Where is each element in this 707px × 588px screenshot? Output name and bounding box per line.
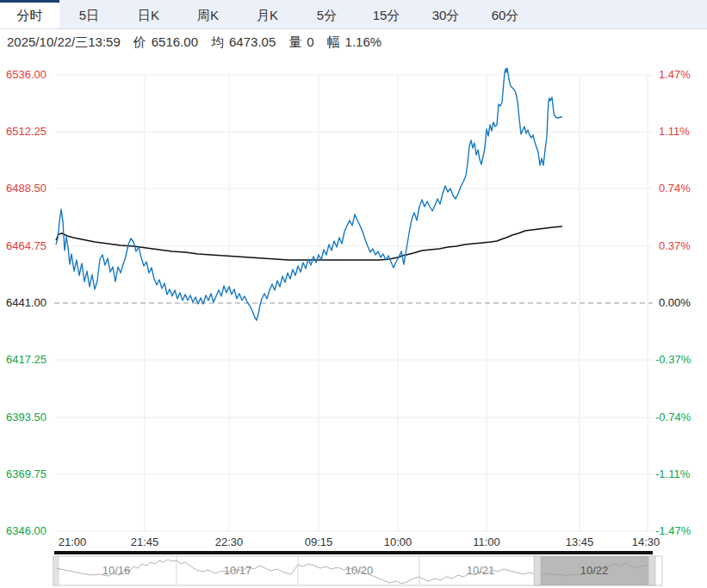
bottom-axis-line: [54, 551, 653, 554]
nav-date-label-selected[interactable]: 10/22: [568, 564, 620, 577]
nav-date-label[interactable]: 10/17: [212, 564, 264, 577]
pct-axis-label: -0.74%: [655, 411, 691, 424]
time-axis-label: 14:30: [620, 535, 672, 548]
pct-axis-label: -0.37%: [655, 353, 691, 367]
chart-plot-area[interactable]: [0, 0, 707, 588]
price-axis-label: 6464.75: [6, 239, 47, 253]
time-axis-label: 22:30: [203, 535, 255, 548]
price-axis-label: 6488.50: [6, 182, 47, 195]
nav-date-label[interactable]: 10/21: [455, 564, 506, 577]
navigator-left-edge-handle[interactable]: [53, 556, 59, 585]
price-axis-label: 6536.00: [6, 68, 47, 82]
price-axis-label: 6512.25: [6, 125, 47, 139]
time-axis-label: 09:15: [293, 535, 344, 548]
pct-axis-label: 1.47%: [659, 68, 691, 82]
time-axis-label: 21:45: [119, 535, 171, 548]
navigator-handle-left[interactable]: [534, 556, 541, 585]
navigator-handle-right[interactable]: [648, 556, 655, 585]
time-axis-label: 11:00: [461, 535, 512, 548]
price-axis-label: 6369.75: [6, 467, 47, 481]
price-axis-label-prev-close: 6441.00: [6, 296, 47, 310]
nav-date-label[interactable]: 10/20: [333, 564, 385, 577]
time-axis-label: 13:45: [554, 535, 605, 548]
price-axis-label: 6417.25: [6, 353, 47, 367]
pct-axis-label: 1.11%: [659, 125, 690, 139]
intraday-chart-window: 分时 5日 日K 周K 月K 5分 15分 30分 60分 2025/10/22…: [0, 0, 707, 588]
price-axis-label: 6393.50: [6, 411, 47, 424]
pct-axis-label-zero: 0.00%: [659, 296, 691, 310]
pct-axis-label: -1.11%: [655, 467, 690, 481]
price-axis-label: 6346.00: [6, 524, 47, 538]
pct-axis-label: 0.37%: [659, 239, 691, 253]
time-axis-label: 21:00: [47, 535, 98, 548]
pct-axis-label: 0.74%: [659, 182, 691, 195]
nav-date-label[interactable]: 10/16: [90, 564, 142, 577]
time-axis-label: 10:00: [372, 535, 424, 548]
